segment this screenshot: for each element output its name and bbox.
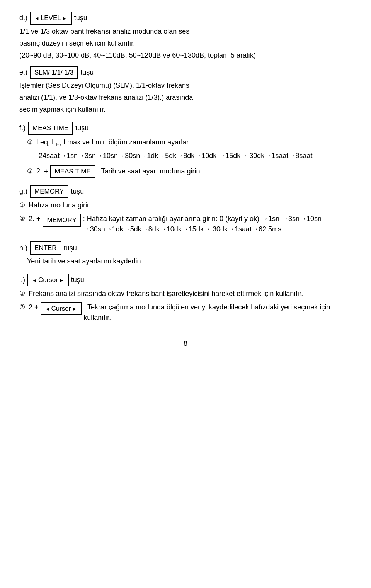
- section-f-desc2: : Tarih ve saat ayarı moduna girin.: [97, 166, 202, 177]
- enter-btn-label: ENTER: [34, 244, 57, 252]
- cursor-right-arrow-icon-i: [59, 275, 64, 285]
- section-f-item2: ② 2. + MEAS TIME : Tarih ve saat ayarı m…: [27, 165, 352, 178]
- section-i: i.) Cursor tuşu ① Frekans analizi sırası…: [19, 274, 352, 323]
- section-e-line3: seçim yapmak için kullanılır.: [19, 104, 352, 115]
- section-h-desc1: Yeni tarih ve saat ayarlarını kaydedin.: [27, 256, 352, 267]
- section-i-num2: 2.+: [29, 302, 39, 313]
- cursor-right-arrow-icon-i2: [72, 304, 77, 314]
- section-g-num2: 2.: [29, 214, 34, 224]
- section-g-desc1: Hafıza moduna girin.: [29, 200, 93, 211]
- cursor-left-arrow-icon-i2: [45, 304, 50, 314]
- section-i-desc1: Frekans analizi sırasında oktav frekans …: [29, 289, 352, 299]
- section-g-prefix: g.): [19, 186, 27, 197]
- section-f: f.) MEAS TIME tuşu ① Leq, LE, Lmax ve Lm…: [19, 122, 352, 178]
- section-i-circle2: ②: [19, 302, 25, 312]
- section-f-prefix: f.): [19, 123, 26, 133]
- section-h-header: h.) ENTER tuşu: [19, 241, 352, 255]
- cursor-left-arrow-icon-i: [32, 275, 37, 285]
- cursor-btn-label-i: Cursor: [38, 275, 58, 285]
- section-g-circle1: ①: [19, 201, 25, 211]
- section-h-body: Yeni tarih ve saat ayarlarını kaydedin.: [27, 256, 352, 267]
- subscript-e: E: [56, 141, 60, 147]
- section-f-tusu: tuşu: [75, 123, 88, 133]
- section-i-tusu: tuşu: [71, 275, 84, 285]
- section-f-item1: ① Leq, LE, Lmax ve Lmin ölçüm zamanların…: [27, 137, 352, 149]
- section-i-prefix: i.): [19, 275, 25, 285]
- cursor-button-i2[interactable]: Cursor: [41, 302, 82, 315]
- level-btn-label: LEVEL: [41, 13, 61, 23]
- level-button[interactable]: LEVEL: [30, 12, 72, 25]
- section-f-circle2: ②: [27, 167, 33, 177]
- section-i-body: ① Frekans analizi sırasında oktav frekan…: [19, 289, 352, 323]
- section-f-arrows: 24saat→1sn→3sn→10sn→30sn→1dk→5dk→8dk→10d…: [39, 150, 352, 161]
- memory-btn-label-g: MEMORY: [34, 188, 64, 195]
- section-g-item1: ① Hafıza moduna girin.: [19, 200, 352, 211]
- section-g-desc2: : Hafıza kayıt zaman aralığı ayarlarına …: [83, 214, 352, 235]
- section-h-prefix: h.): [19, 243, 27, 253]
- section-d-prefix: d.): [19, 13, 27, 23]
- section-e-prefix: e.): [19, 67, 27, 78]
- section-g-item2: ② 2. + MEMORY : Hafıza kayıt zaman aralı…: [19, 214, 352, 235]
- section-f-body: ① Leq, LE, Lmax ve Lmin ölçüm zamanların…: [27, 137, 352, 178]
- memory-btn-label-g2: MEMORY: [47, 216, 77, 224]
- section-e: e.) SLM/ 1/1/ 1/3 tuşu İşlemler (Ses Düz…: [19, 66, 352, 115]
- section-e-tusu: tuşu: [80, 67, 94, 78]
- section-d-tusu: tuşu: [74, 13, 87, 23]
- section-g-circle2: ②: [19, 214, 25, 224]
- section-g-header: g.) MEMORY tuşu: [19, 185, 352, 198]
- section-d-line1: 1/1 ve 1/3 oktav bant frekansı analiz mo…: [19, 26, 352, 37]
- level-right-arrow-icon: [62, 13, 67, 23]
- section-i-item1: ① Frekans analizi sırasında oktav frekan…: [19, 289, 352, 299]
- memory-button-g[interactable]: MEMORY: [30, 185, 68, 198]
- slm-btn-label: SLM/ 1/1/ 1/3: [34, 69, 73, 76]
- page-number: 8: [19, 338, 352, 349]
- section-f-desc1: Leq, LE, Lmax ve Lmin ölçüm zamanlarını …: [36, 137, 191, 149]
- meas-time-button-f2[interactable]: MEAS TIME: [50, 165, 95, 178]
- level-left-arrow-icon: [34, 13, 39, 23]
- memory-button-g2[interactable]: MEMORY: [43, 214, 81, 227]
- cursor-button-i[interactable]: Cursor: [27, 274, 69, 287]
- section-e-line1: İşlemler (Ses Düzeyi Ölçümü) (SLM), 1/1-…: [19, 80, 352, 91]
- section-i-header: i.) Cursor tuşu: [19, 274, 352, 287]
- page-content: d.) LEVEL tuşu 1/1 ve 1/3 oktav bant fre…: [19, 12, 352, 349]
- section-d: d.) LEVEL tuşu 1/1 ve 1/3 oktav bant fre…: [19, 12, 352, 61]
- section-d-line2: basınç düzeyini seçmek için kullanılır.: [19, 38, 352, 49]
- section-d-line3: (20~90 dB, 30~100 dB, 40~110dB, 50~120dB…: [19, 50, 352, 61]
- meas-time-btn-label-f2: MEAS TIME: [55, 168, 91, 175]
- section-i-desc2: : Tekrar çağırma modunda ölçülen veriyi …: [83, 302, 352, 323]
- section-g-tusu: tuşu: [71, 186, 84, 197]
- section-i-circle1: ①: [19, 289, 25, 299]
- meas-time-btn-label-f: MEAS TIME: [32, 124, 68, 132]
- section-f-circle1: ①: [27, 138, 33, 148]
- section-h-tusu: tuşu: [64, 243, 77, 253]
- section-g: g.) MEMORY tuşu ① Hafıza moduna girin. ②…: [19, 185, 352, 235]
- section-e-body: İşlemler (Ses Düzeyi Ölçümü) (SLM), 1/1-…: [19, 80, 352, 115]
- section-e-line2: analizi (1/1), ve 1/3-oktav frekans anal…: [19, 92, 352, 103]
- section-d-header: d.) LEVEL tuşu: [19, 12, 352, 25]
- enter-button[interactable]: ENTER: [30, 241, 61, 255]
- meas-time-button-f[interactable]: MEAS TIME: [28, 122, 73, 135]
- section-d-body: 1/1 ve 1/3 oktav bant frekansı analiz mo…: [19, 26, 352, 61]
- section-i-item2: ② 2.+ Cursor : Tekrar çağırma modunda öl…: [19, 302, 352, 323]
- section-f-header: f.) MEAS TIME tuşu: [19, 122, 352, 135]
- cursor-btn-label-i2: Cursor: [51, 304, 71, 314]
- section-f-plus: +: [44, 166, 48, 177]
- section-g-body: ① Hafıza moduna girin. ② 2. + MEMORY : H…: [19, 200, 352, 235]
- section-e-header: e.) SLM/ 1/1/ 1/3 tuşu: [19, 66, 352, 79]
- section-f-num2: 2.: [36, 166, 42, 177]
- slm-button[interactable]: SLM/ 1/1/ 1/3: [30, 66, 78, 79]
- section-h: h.) ENTER tuşu Yeni tarih ve saat ayarla…: [19, 241, 352, 267]
- section-g-plus: +: [36, 214, 41, 224]
